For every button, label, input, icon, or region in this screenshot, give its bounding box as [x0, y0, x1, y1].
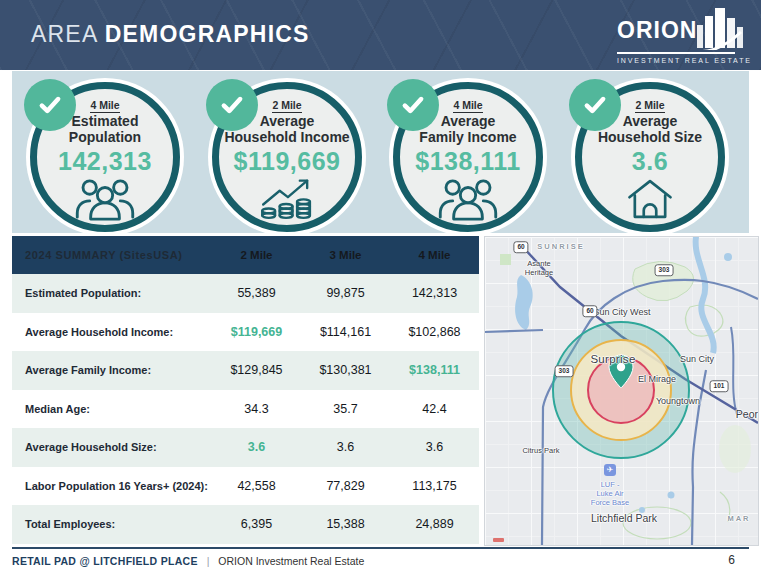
page-number: 6 [728, 553, 735, 567]
page-header: AREA DEMOGRAPHICS ORION INVESTM [0, 0, 761, 70]
stat-badge-population: 4 Mile EstimatedPopulation 142,313 [30, 82, 180, 232]
property-name: RETAIL PAD @ LITCHFIELD PLACE [12, 555, 198, 567]
map-label: Sun City West [594, 307, 651, 317]
stat-value: $119,669 [219, 147, 355, 176]
map-label: El Mirage [638, 374, 676, 384]
row-value: $129,845 [212, 363, 301, 377]
checkmark-icon [24, 79, 76, 131]
stat-value: 142,313 [37, 147, 173, 176]
map-label: Surprise [590, 353, 635, 365]
buildings-icon [697, 8, 743, 54]
row-value: 42.4 [390, 402, 479, 416]
footer-divider [12, 547, 749, 549]
logo-wordmark: ORION [617, 17, 697, 44]
road [485, 330, 543, 332]
map-attribution-logo [493, 538, 504, 542]
column-header-2mile: 2 Mile [212, 249, 301, 261]
page-title-light: AREA [31, 21, 97, 47]
row-value: 113,175 [390, 479, 479, 493]
row-value: 35.7 [301, 402, 390, 416]
pond [724, 253, 732, 261]
map-label: Youngtown [656, 396, 700, 406]
summary-table: 2024 SUMMARY (SitesUSA) 2 Mile 3 Mile 4 … [12, 236, 479, 544]
stat-circle: 4 Mile AverageFamily Income $138,111 [393, 82, 543, 232]
row-label: Average Household Size: [12, 441, 212, 453]
people-group-icon [400, 177, 536, 223]
row-value: 99,875 [301, 286, 390, 300]
row-label: Average Household Income: [12, 326, 212, 338]
row-value: 55,389 [212, 286, 301, 300]
table-row: Median Age:34.335.742.4 [12, 390, 479, 429]
pond [668, 492, 675, 499]
people-group-icon [37, 177, 173, 223]
airport-icon: ✈ [604, 464, 616, 476]
column-header-3mile: 3 Mile [301, 249, 390, 261]
stat-badge-family-income: 4 Mile AverageFamily Income $138,111 [393, 82, 543, 232]
map-label: Heritage [525, 268, 553, 277]
map: SUNRISEAsanteHeritageSun City WestSurpri… [484, 236, 759, 546]
company-name: ORION Investment Real Estate [218, 555, 364, 567]
row-value: 34.3 [212, 402, 301, 416]
row-label: Average Family Income: [12, 364, 212, 376]
row-value: $138,111 [390, 363, 479, 377]
page-title-bold: DEMOGRAPHICS [105, 21, 310, 47]
row-value: $114,161 [301, 325, 390, 339]
logo-tagline: INVESTMENT REAL ESTATE [617, 57, 752, 64]
coins-growth-icon [219, 177, 355, 223]
row-value: $130,381 [301, 363, 390, 377]
stat-circle: 2 Mile AverageHousehold Size 3.6 [575, 82, 725, 232]
row-value: 77,829 [301, 479, 390, 493]
table-row: Estimated Population:55,38999,875142,313 [12, 274, 479, 313]
table-row: Average Household Size:3.63.63.6 [12, 428, 479, 467]
table-title: 2024 SUMMARY (SitesUSA) [12, 249, 212, 261]
park-patch [500, 254, 511, 265]
row-value: 6,395 [212, 517, 301, 531]
map-label: Force Base [591, 498, 629, 507]
map-label: Peoria [736, 408, 759, 420]
road-101 [731, 327, 737, 415]
map-label: Luke Air [596, 489, 623, 498]
stat-circle: 4 Mile EstimatedPopulation 142,313 [30, 82, 180, 232]
stat-value: 3.6 [582, 147, 718, 176]
map-label: Litchfield Park [591, 512, 657, 524]
map-label: MAR [727, 514, 750, 523]
map-label: SUNRISE [537, 242, 584, 251]
page-title: AREA DEMOGRAPHICS [31, 21, 310, 48]
table-row: Labor Population 16 Years+ (2024):42,558… [12, 467, 479, 506]
map-label: Asante [527, 259, 550, 268]
stat-circle: 2 Mile AverageHousehold Income $119,669 [212, 82, 362, 232]
footer-separator: | [207, 555, 210, 567]
route-shield-icon: 303 [555, 365, 574, 377]
row-value: 24,889 [390, 517, 479, 531]
map-label: Sun City [680, 354, 714, 364]
logo-row: ORION [617, 8, 745, 48]
row-value: 3.6 [212, 440, 301, 454]
row-label: Median Age: [12, 403, 212, 415]
route-shield-icon: 101 [710, 380, 729, 392]
row-label: Estimated Population: [12, 287, 212, 299]
map-label: Citrus Park [522, 446, 559, 455]
route-shield-icon: 60 [513, 241, 528, 253]
route-shield-icon: 303 [655, 264, 674, 276]
checkmark-icon [569, 79, 621, 131]
table-body: Estimated Population:55,38999,875142,313… [12, 274, 479, 544]
stat-badge-household-income: 2 Mile AverageHousehold Income $119,669 [212, 82, 362, 232]
row-value: 3.6 [301, 440, 390, 454]
park-area [719, 425, 751, 473]
house-icon [582, 177, 718, 223]
table-row: Average Family Income:$129,845$130,381$1… [12, 351, 479, 390]
page: AREA DEMOGRAPHICS ORION INVESTM [0, 0, 761, 588]
orion-logo: ORION INVESTMENT REAL ESTATE [617, 8, 745, 48]
column-header-4mile: 4 Mile [390, 249, 479, 261]
row-value: 42,558 [212, 479, 301, 493]
route-shield-icon: 60 [582, 305, 597, 317]
checkmark-icon [206, 79, 258, 131]
table-row: Total Employees:6,39515,38824,889 [12, 505, 479, 544]
row-value: 142,313 [390, 286, 479, 300]
table-header-row: 2024 SUMMARY (SitesUSA) 2 Mile 3 Mile 4 … [12, 236, 479, 274]
row-value: $119,669 [212, 325, 301, 339]
stat-badge-household-size: 2 Mile AverageHousehold Size 3.6 [575, 82, 725, 232]
row-label: Labor Population 16 Years+ (2024): [12, 480, 212, 492]
row-value: $102,868 [390, 325, 479, 339]
table-row: Average Household Income:$119,669$114,16… [12, 313, 479, 352]
